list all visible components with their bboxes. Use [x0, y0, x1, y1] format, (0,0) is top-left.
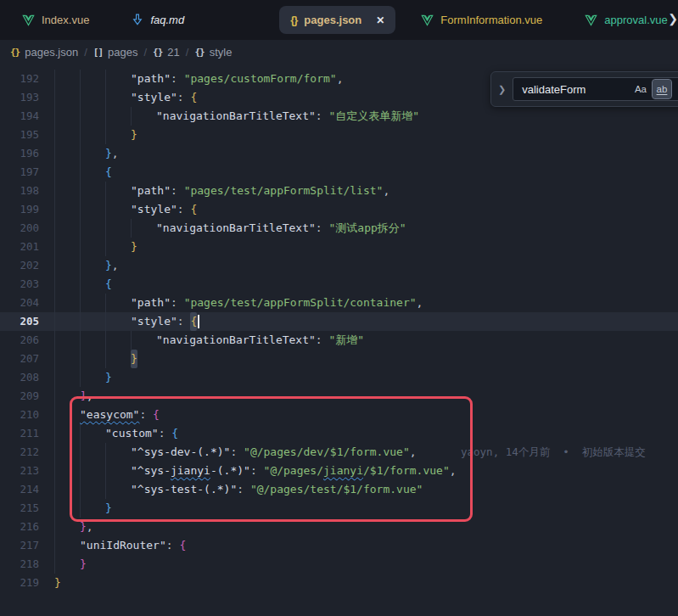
line-content: }	[54, 499, 112, 518]
code-line-198[interactable]: 198"path": "pages/test/appFormSplit/list…	[0, 182, 678, 200]
indent-guide	[54, 275, 80, 294]
code-line-212[interactable]: 212"^sys-dev-(.*)": "@/pages/dev/$1/form…	[0, 443, 678, 462]
brackets-icon: []	[93, 47, 103, 58]
line-number[interactable]: 216	[0, 518, 39, 536]
code-token: "style"	[131, 312, 177, 331]
line-number[interactable]: 198	[0, 182, 39, 200]
code-token: ,	[87, 518, 93, 536]
line-number[interactable]: 218	[0, 555, 39, 574]
line-number[interactable]: 215	[0, 499, 39, 518]
line-number[interactable]: 203	[0, 275, 39, 294]
code-line-216[interactable]: 216},	[0, 518, 678, 536]
tab-pages-json[interactable]: { }pages.json✕	[279, 6, 395, 34]
line-number[interactable]: 207	[0, 350, 39, 368]
line-number[interactable]: 201	[0, 238, 39, 256]
line-number[interactable]: 200	[0, 219, 39, 238]
match-case-button[interactable]: Aa	[631, 80, 650, 98]
code-line-202[interactable]: 202},	[0, 256, 678, 275]
line-number[interactable]: 210	[0, 406, 39, 424]
code-token: -(.*)"	[210, 462, 250, 480]
tab-overflow-chevron-icon[interactable]: ❯	[668, 12, 678, 25]
line-content: "style": {	[54, 88, 197, 107]
code-line-194[interactable]: 194"navigationBarTitleText": "自定义表单新增"	[0, 107, 678, 126]
code-line-197[interactable]: 197{	[0, 163, 678, 182]
tab-index-vue[interactable]: Index.vue	[5, 6, 106, 34]
line-number[interactable]: 193	[0, 88, 39, 107]
line-number[interactable]: 199	[0, 200, 39, 219]
line-number[interactable]: 205	[0, 312, 39, 331]
line-number[interactable]: 212	[0, 443, 39, 462]
code-line-207[interactable]: 207}	[0, 350, 678, 368]
close-icon[interactable]: ✕	[376, 15, 384, 25]
code-line-211[interactable]: 211"custom": {	[0, 424, 678, 443]
code-line-199[interactable]: 199"style": {	[0, 200, 678, 219]
line-number[interactable]: 208	[0, 368, 39, 387]
line-number[interactable]: 194	[0, 107, 39, 126]
code-token: "^sys-dev-(.*)"	[131, 443, 230, 462]
code-line-213[interactable]: 213"^sys-jianyi-(.*)": "@/pages/jianyi/$…	[0, 462, 678, 480]
code-line-205[interactable]: 205"style": {	[0, 312, 678, 331]
indent-guide	[80, 424, 105, 443]
code-token: ,	[417, 294, 423, 312]
line-number[interactable]: 206	[0, 331, 39, 350]
code-line-196[interactable]: 196},	[0, 144, 678, 163]
code-token: "uniIdRouter"	[80, 536, 166, 555]
code-token: :	[171, 294, 184, 312]
tab-approval-vue[interactable]: approval.vue	[568, 6, 678, 34]
code-line-210[interactable]: 210"easycom": {	[0, 406, 678, 424]
line-number[interactable]: 211	[0, 424, 39, 443]
expand-replace-chevron-icon[interactable]: ❯	[498, 84, 506, 95]
code-editor[interactable]: 192"path": "pages/customForm/form",193"s…	[0, 64, 678, 616]
code-line-208[interactable]: 208}	[0, 368, 678, 387]
code-line-214[interactable]: 214"^sys-test-(.*)": "@/pages/test/$1/fo…	[0, 480, 678, 499]
line-number[interactable]: 195	[0, 126, 39, 144]
line-number[interactable]: 217	[0, 536, 39, 555]
code-line-209[interactable]: 209],	[0, 387, 678, 406]
tab-faq-md[interactable]: faq.md	[115, 6, 201, 34]
line-number[interactable]: 192	[0, 70, 39, 88]
code-line-204[interactable]: 204"path": "pages/test/appFormSplit/cont…	[0, 294, 678, 312]
breadcrumb-item-style[interactable]: {}style	[194, 46, 232, 59]
tab-forminformation-vue[interactable]: FormInformation.vue	[404, 6, 559, 34]
line-number[interactable]: 209	[0, 387, 39, 406]
line-content: "path": "pages/test/appFormSplit/list",	[54, 182, 389, 200]
indent-guide	[54, 443, 80, 462]
code-token: ,	[112, 256, 119, 275]
line-number[interactable]: 204	[0, 294, 39, 312]
code-line-195[interactable]: 195}	[0, 126, 678, 144]
find-input[interactable]: validateForm Aa ab .*	[513, 77, 678, 101]
line-number[interactable]: 196	[0, 144, 39, 163]
indent-guide	[105, 331, 131, 350]
indent-guide	[80, 368, 105, 387]
indent-guide	[54, 107, 80, 126]
code-line-215[interactable]: 215}	[0, 499, 678, 518]
line-number[interactable]: 219	[0, 574, 39, 592]
line-number[interactable]: 202	[0, 256, 39, 275]
regex-button[interactable]: .*	[674, 80, 678, 98]
line-number[interactable]: 213	[0, 462, 39, 480]
line-number[interactable]: 214	[0, 480, 39, 499]
indent-guide	[54, 238, 80, 256]
breadcrumb-item-21[interactable]: {}21	[153, 46, 180, 59]
code-line-200[interactable]: 200"navigationBarTitleText": "测试app拆分"	[0, 219, 678, 238]
breadcrumb-item-pages[interactable]: []pages	[93, 46, 138, 59]
code-token: jianyi	[323, 462, 363, 480]
line-content: "path": "pages/customForm/form",	[54, 70, 343, 88]
code-line-217[interactable]: 217"uniIdRouter": {	[0, 536, 678, 555]
breadcrumb-item-pages-json[interactable]: {}pages.json	[10, 46, 78, 59]
code-line-206[interactable]: 206"navigationBarTitleText": "新增"	[0, 331, 678, 350]
tab-label: approval.vue	[604, 14, 667, 26]
line-number[interactable]: 197	[0, 163, 39, 182]
indent-guide	[105, 312, 131, 331]
whole-word-button[interactable]: ab	[653, 80, 671, 98]
line-content: "^sys-jianyi-(.*)": "@/pages/jianyi/$1/f…	[54, 462, 457, 480]
code-line-203[interactable]: 203{	[0, 275, 678, 294]
indent-guide	[105, 107, 131, 126]
indent-guide	[105, 350, 131, 368]
find-input-value[interactable]: validateForm	[522, 83, 629, 96]
code-token: :	[177, 312, 191, 331]
code-line-218[interactable]: 218}	[0, 555, 678, 574]
code-line-201[interactable]: 201}	[0, 238, 678, 256]
code-line-219[interactable]: 219}	[0, 574, 678, 592]
indent-guide	[131, 219, 156, 238]
